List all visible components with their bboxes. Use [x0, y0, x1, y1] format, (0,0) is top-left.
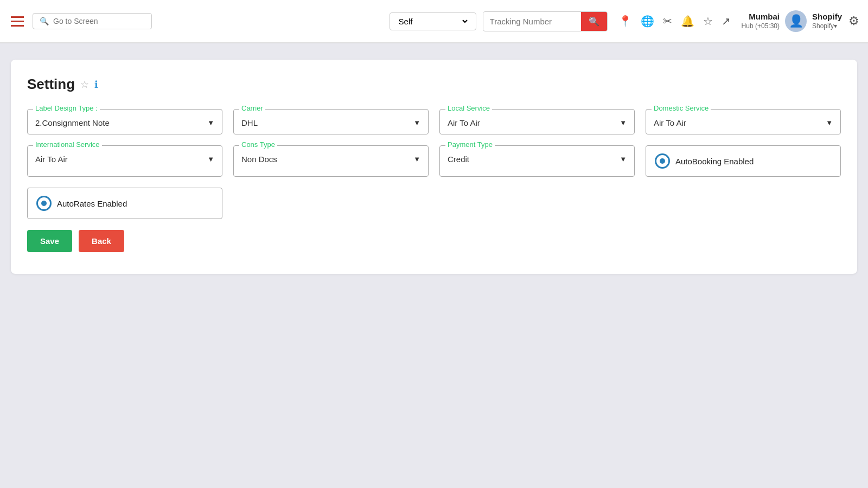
cons-type-field: Cons Type Non Docs Docs ▼	[233, 145, 429, 177]
main-content: Setting ☆ ℹ Label Design Type : 2.Consig…	[0, 43, 868, 290]
carrier-field: Carrier DHL FedEx UPS ▼	[233, 109, 429, 134]
label-design-type-label: Label Design Type :	[33, 104, 100, 112]
scissors-icon[interactable]: ✂	[663, 15, 672, 28]
payment-type-arrow: ▼	[620, 155, 627, 163]
international-service-label: International Service	[33, 140, 102, 149]
page-title-row: Setting ☆ ℹ	[27, 76, 841, 93]
autorates-label: AutoRates Enabled	[57, 199, 127, 208]
globe-icon[interactable]: 🌐	[641, 15, 654, 28]
empty-col-2	[233, 188, 429, 219]
carrier-label: Carrier	[239, 104, 265, 112]
user-info: Mumbai Hub (+05:30) 👤 Shopify Shopify▾	[742, 10, 842, 32]
header-icons: 📍 🌐 ✂ 🔔 ☆ ↗	[618, 15, 731, 28]
star-header-icon[interactable]: ☆	[703, 15, 713, 28]
title-star-icon[interactable]: ☆	[80, 79, 89, 91]
payment-type-field: Payment Type Credit Cash COD ▼	[439, 145, 635, 177]
label-design-type-select-wrapper: 2.Consignment Note 1.Standard Label 3.Cu…	[35, 118, 214, 127]
domestic-service-field: Domestic Service Air To Air Surface Expr…	[646, 109, 841, 134]
tracking-search-button[interactable]: 🔍	[581, 12, 607, 31]
domestic-service-label: Domestic Service	[652, 104, 711, 112]
self-select[interactable]: Self	[397, 16, 469, 27]
carrier-select-wrapper: DHL FedEx UPS ▼	[241, 118, 420, 127]
international-service-select[interactable]: Air To Air Surface Express	[35, 155, 207, 164]
cons-type-select[interactable]: Non Docs Docs	[241, 155, 413, 164]
autobooking-toggle[interactable]	[655, 153, 670, 169]
carrier-select[interactable]: DHL FedEx UPS	[241, 118, 413, 127]
label-design-type-arrow: ▼	[207, 119, 214, 127]
local-service-field: Local Service Air To Air Surface Express…	[439, 109, 635, 134]
button-row: Save Back	[27, 230, 841, 252]
title-info-icon[interactable]: ℹ	[94, 79, 98, 91]
user-location: Mumbai Hub (+05:30)	[742, 11, 780, 30]
menu-icon[interactable]	[9, 14, 26, 29]
header: 🔍 Self 🔍 📍 🌐 ✂ 🔔 ☆ ↗ Mumbai Hub (+05:30)…	[0, 0, 868, 43]
tracking-input[interactable]	[483, 12, 581, 30]
tracking-area: 🔍	[483, 11, 608, 31]
brand-sub[interactable]: Shopify▾	[812, 22, 842, 31]
search-icon: 🔍	[40, 17, 49, 25]
cons-type-arrow: ▼	[413, 155, 420, 163]
payment-type-select[interactable]: Credit Cash COD	[448, 155, 620, 164]
autorates-toggle-inner	[41, 201, 47, 206]
empty-col-3	[439, 188, 635, 219]
back-button[interactable]: Back	[79, 230, 124, 252]
avatar: 👤	[785, 10, 807, 32]
external-icon[interactable]: ↗	[722, 15, 731, 28]
bell-icon[interactable]: 🔔	[681, 15, 694, 28]
domestic-service-arrow: ▼	[826, 119, 833, 127]
local-service-select[interactable]: Air To Air Surface Express	[448, 118, 620, 127]
autobooking-label: AutoBooking Enabled	[675, 157, 754, 166]
carrier-arrow: ▼	[413, 119, 420, 127]
local-service-arrow: ▼	[620, 119, 627, 127]
autorates-field[interactable]: AutoRates Enabled	[27, 188, 222, 219]
cons-type-select-wrapper: Non Docs Docs ▼	[241, 155, 420, 164]
search-input[interactable]	[53, 17, 145, 25]
location-icon[interactable]: 📍	[618, 15, 632, 28]
autobooking-toggle-inner	[660, 158, 665, 164]
user-city: Mumbai	[742, 11, 780, 22]
local-service-label: Local Service	[445, 104, 492, 112]
self-dropdown[interactable]: Self	[390, 12, 476, 30]
brand-name: Shopify	[812, 11, 842, 22]
settings-card: Setting ☆ ℹ Label Design Type : 2.Consig…	[11, 60, 857, 274]
label-design-type-field: Label Design Type : 2.Consignment Note 1…	[27, 109, 222, 134]
page-title: Setting	[27, 76, 75, 93]
shopify-info: Shopify Shopify▾	[812, 11, 842, 30]
domestic-service-select[interactable]: Air To Air Surface Express	[654, 118, 826, 127]
save-button[interactable]: Save	[27, 230, 72, 252]
search-bar[interactable]: 🔍	[33, 13, 152, 29]
international-service-field: International Service Air To Air Surface…	[27, 145, 222, 177]
domestic-service-select-wrapper: Air To Air Surface Express ▼	[654, 118, 833, 127]
user-timezone: Hub (+05:30)	[742, 22, 780, 31]
payment-type-select-wrapper: Credit Cash COD ▼	[448, 155, 627, 164]
empty-col-4	[646, 188, 841, 219]
form-row-1: Label Design Type : 2.Consignment Note 1…	[27, 109, 841, 134]
international-service-select-wrapper: Air To Air Surface Express ▼	[35, 155, 214, 164]
form-row-2: International Service Air To Air Surface…	[27, 145, 841, 177]
payment-type-label: Payment Type	[445, 140, 495, 149]
form-row-3: AutoRates Enabled	[27, 188, 841, 219]
international-service-arrow: ▼	[207, 155, 214, 163]
cons-type-label: Cons Type	[239, 140, 277, 149]
autobooking-field[interactable]: AutoBooking Enabled	[646, 145, 841, 177]
autorates-toggle[interactable]	[36, 196, 52, 211]
local-service-select-wrapper: Air To Air Surface Express ▼	[448, 118, 627, 127]
label-design-type-select[interactable]: 2.Consignment Note 1.Standard Label 3.Cu…	[35, 118, 207, 127]
avatar-image: 👤	[789, 14, 803, 28]
gear-icon[interactable]: ⚙	[848, 14, 859, 28]
